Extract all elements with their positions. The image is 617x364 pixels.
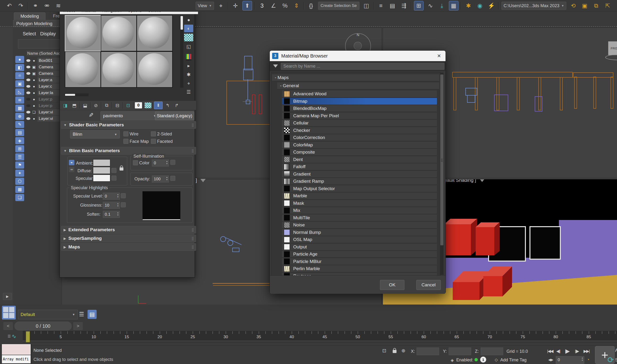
viewport-camera-label[interactable]: fault Shading ] [446, 179, 485, 183]
animation-preset-dropdown[interactable]: Default ▼ [18, 310, 78, 319]
layer-manager-icon[interactable]: ▤ [388, 1, 397, 10]
scene-explorer-row[interactable]: ●Layer:c [26, 83, 62, 90]
previous-frame-button[interactable]: < [3, 322, 13, 330]
scene-explorer-search-input[interactable] [18, 39, 60, 49]
glossiness-map-button[interactable] [121, 202, 126, 207]
map-group-maps[interactable]: - Maps [272, 74, 439, 81]
go-to-end-button[interactable]: ▶▶| [584, 347, 590, 355]
map-browser-item[interactable]: MultiTile [282, 214, 437, 221]
put-material-to-scene-button[interactable]: ⬒ [70, 102, 78, 109]
specular-level-spinner[interactable]: 0 ▲▼ [103, 193, 120, 200]
map-group-general[interactable]: - General [277, 82, 439, 89]
pick-material-eyedropper-icon[interactable]: ✎ [87, 113, 94, 117]
one-badge-button[interactable]: 1 [480, 357, 486, 363]
snap-center-icon[interactable]: ⌖ [216, 1, 226, 10]
scene-explorer-row[interactable]: ▣Camera [26, 70, 62, 77]
filter-cameras-icon[interactable]: ▣ [15, 80, 24, 87]
specular-level-map-button[interactable] [121, 193, 126, 198]
schematic-view-icon[interactable]: ▦ [449, 1, 458, 11]
map-browser-scrollbar[interactable] [440, 73, 444, 275]
sample-slot[interactable] [101, 15, 137, 51]
wire-checkbox[interactable] [123, 131, 128, 136]
make-material-copy-button[interactable]: ⧉ [103, 102, 111, 109]
next-frame-button[interactable]: > [73, 322, 83, 330]
x-coordinate-field[interactable] [417, 348, 439, 355]
redo-icon[interactable]: ↷ [16, 1, 25, 10]
viewport-filter-icon[interactable] [480, 179, 485, 182]
filter-xrefs-icon[interactable]: ⊕ [15, 113, 24, 120]
frame-counter[interactable]: 0 / 100 [14, 322, 72, 331]
go-forward-to-sibling-button[interactable]: ↱ [173, 102, 181, 109]
unlink-selection-icon[interactable]: ⚮ [42, 1, 51, 10]
material-type-button[interactable]: Standard (Legacy) [155, 111, 194, 120]
material-id-channel-button[interactable]: 0 [135, 102, 142, 108]
reset-map-button[interactable]: ⊘ [92, 102, 100, 109]
padlock-icon[interactable] [120, 168, 123, 170]
map-browser-item[interactable]: Dent [282, 156, 437, 163]
faceted-checkbox[interactable] [151, 139, 156, 144]
cancel-button[interactable]: Cancel [416, 280, 441, 290]
soften-spinner[interactable]: 0.1 ▲▼ [103, 211, 120, 218]
selection-lock-icon[interactable] [393, 350, 397, 353]
scene-explorer-menu-display[interactable]: Display [40, 31, 56, 37]
material-name-dropdown[interactable]: pavimento▼ [100, 111, 159, 120]
filter-bones-icon[interactable]: ✎ [15, 121, 24, 128]
dope-sheet-icon[interactable]: ⤓ [438, 1, 447, 10]
viewcube-ring[interactable] [605, 54, 617, 60]
scene-explorer-row[interactable]: ●Layer:p [26, 103, 62, 109]
explorer-folder-icon[interactable]: ❏ [15, 194, 24, 201]
sample-uv-tiling-button[interactable]: ◱ [184, 43, 193, 50]
timeline-ruler[interactable]: 510152025303540455055606570758085 [23, 331, 617, 342]
align-icon[interactable]: ≡ [376, 1, 385, 10]
lock-ambient-diffuse-icon[interactable]: ⚭ [69, 160, 74, 165]
sample-hscrollbar[interactable] [65, 93, 88, 96]
show-map-in-viewport-button[interactable] [145, 103, 151, 108]
scene-explorer-menu-select[interactable]: Select [23, 31, 36, 37]
curve-editor-icon[interactable]: ∿ [426, 1, 435, 10]
ambient-color-swatch[interactable] [93, 159, 110, 166]
map-browser-item[interactable]: Checker [282, 127, 437, 134]
sample-slot[interactable] [137, 15, 173, 51]
sample-slot[interactable] [65, 51, 101, 88]
go-to-start-button[interactable]: |◀◀ [547, 347, 553, 355]
explorer-flag-icon[interactable]: ⚑ [15, 161, 24, 169]
map-browser-item[interactable]: ColorCorrection [282, 134, 437, 141]
frame-step-icon[interactable]: ◀▶ [546, 355, 555, 364]
visibility-eye-icon[interactable] [26, 117, 30, 120]
ok-button[interactable]: OK [380, 280, 404, 290]
select-by-material-button[interactable]: ⌖ [184, 79, 193, 87]
angle-snap-icon[interactable]: ∠ [269, 1, 278, 10]
undo-icon[interactable]: ↶ [5, 1, 14, 10]
rollout-supersampling[interactable]: ▶ SuperSampling ⣿ [61, 234, 196, 242]
map-browser-item[interactable]: Noise [282, 222, 437, 229]
explorer-hierarchy-icon[interactable]: ☰ [15, 153, 24, 160]
sample-slot[interactable] [101, 51, 137, 88]
snaps-toggle-icon[interactable]: 3 [258, 1, 267, 10]
use-pivot-point-icon[interactable]: ✛ [231, 1, 240, 10]
play-button[interactable]: ▶ [565, 347, 570, 355]
scene-explorer-row[interactable]: ▣Camera [26, 64, 62, 70]
ribbon-tab-modeling[interactable]: Modeling [14, 13, 45, 20]
assign-material-to-selection-button[interactable]: ⬓ [81, 102, 89, 109]
filter-helpers-icon[interactable]: ◺ [15, 88, 24, 96]
set-key-fragment[interactable]: S [615, 358, 617, 363]
filter-space-warps-icon[interactable]: ≋ [15, 96, 24, 104]
toggle-scene-explorer-icon[interactable]: ⊞ [414, 1, 424, 11]
isolate-selection-icon[interactable]: ⊡ [380, 346, 389, 355]
new-page-icon[interactable]: ▣ [580, 1, 589, 10]
scene-explorer-row[interactable]: ❏Layer:vi [26, 109, 62, 115]
visibility-eye-icon[interactable] [26, 91, 30, 94]
shader-type-dropdown[interactable]: Blinn▼ [70, 130, 120, 139]
undo-scene-icon[interactable]: ⟲ [569, 1, 578, 10]
map-browser-item[interactable]: Camera Map Per Pixel [282, 113, 437, 119]
link-diffuse-specular-icon[interactable]: ⚮ [69, 167, 74, 172]
get-material-button[interactable]: ◨ [61, 102, 69, 109]
video-color-check-button[interactable] [184, 53, 193, 61]
animation-shield-icon[interactable]: ◈ [448, 356, 457, 364]
map-browser-item[interactable]: BlendedBoxMap [282, 105, 437, 112]
explorer-lock-icon[interactable]: ⊞ [15, 145, 24, 152]
explorer-pick-icon[interactable]: ◈ [15, 137, 24, 144]
map-browser-item[interactable]: Composite [282, 149, 437, 156]
z-coordinate-field[interactable] [481, 348, 503, 355]
scene-explorer-row[interactable]: ●Layer:vi [26, 115, 62, 122]
